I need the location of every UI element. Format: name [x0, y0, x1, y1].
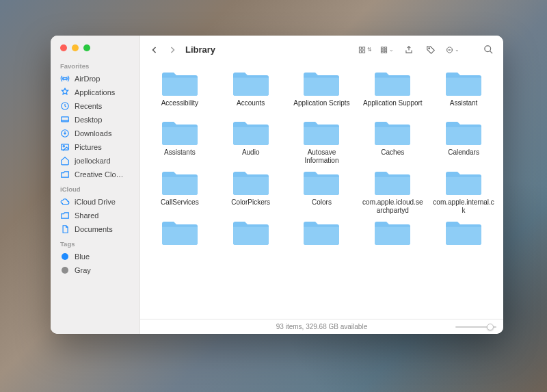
sidebar-item-label: Documents	[75, 225, 113, 233]
folder-icon	[302, 69, 341, 98]
svg-rect-15	[384, 51, 386, 53]
sidebar-item-label: Desktop	[75, 116, 102, 124]
maximize-button[interactable]	[83, 44, 90, 51]
zoom-slider[interactable]	[455, 323, 496, 331]
folder-item[interactable]: Audio	[218, 117, 284, 164]
search-button[interactable]	[481, 43, 495, 57]
sidebar-item-label: Shared	[75, 211, 98, 220]
sidebar-item-airdrop[interactable]: AirDrop	[51, 72, 139, 86]
folder-item[interactable]: CallServices	[147, 167, 213, 214]
folder-item[interactable]: Caches	[360, 117, 425, 164]
folder-item[interactable]: Assistant	[431, 68, 496, 114]
folder-icon	[373, 218, 412, 247]
folder-label: Accounts	[219, 99, 282, 114]
folder-label: Accessibility	[148, 99, 211, 114]
documents-icon	[60, 224, 70, 234]
folder-item[interactable]	[360, 217, 425, 263]
content-area[interactable]: AccessibilityAccountsApplication Scripts…	[140, 64, 503, 319]
home-icon	[60, 156, 70, 166]
folder-icon	[302, 168, 341, 197]
folder-item[interactable]: Assistants	[147, 117, 213, 164]
folder-label	[148, 248, 211, 263]
folder-icon	[302, 118, 341, 147]
folder-icon	[444, 168, 483, 197]
folder-item[interactable]: Calendars	[431, 117, 496, 164]
sidebar-item-recents[interactable]: Recents	[51, 99, 139, 113]
folder-item[interactable]: com.apple.internal.ck	[431, 167, 496, 214]
folder-label: Autosave Information	[290, 148, 353, 164]
shared-icon	[60, 211, 70, 220]
folder-label: com.apple.icloud.searchpartyd	[361, 198, 424, 214]
folder-label: Assistants	[148, 148, 211, 164]
sidebar-section-label: Favorites	[51, 58, 139, 72]
sidebar-item-downloads[interactable]: Downloads	[51, 127, 139, 140]
folder-item[interactable]: Accounts	[218, 68, 284, 114]
sidebar-item-creative-cloud[interactable]: Creative Clo…	[51, 168, 139, 181]
status-bar: 93 items, 329.68 GB available	[140, 319, 503, 334]
svg-rect-13	[384, 49, 386, 51]
folder-item[interactable]	[218, 217, 284, 263]
folder-icon	[232, 118, 270, 147]
folder-icon	[232, 69, 270, 98]
folder-item[interactable]: Application Support	[360, 68, 425, 114]
folder-icon	[161, 168, 199, 197]
svg-rect-8	[359, 50, 361, 52]
folder-label: Application Support	[361, 99, 424, 114]
folder-item[interactable]: Accessibility	[147, 68, 213, 114]
window-controls	[51, 36, 139, 58]
svg-point-16	[429, 47, 430, 49]
sidebar-item-documents[interactable]: Documents	[51, 222, 139, 236]
main-pane: Library ⇅ ⌄ ⌄	[140, 36, 503, 334]
svg-rect-9	[362, 50, 364, 52]
folder-icon	[373, 168, 412, 197]
airdrop-icon	[60, 74, 70, 83]
folder-icon	[161, 218, 199, 247]
svg-point-20	[451, 49, 451, 50]
finder-window: Favorites AirDrop Applications Recents D…	[51, 36, 503, 334]
tag-blue-icon	[60, 252, 70, 261]
sidebar-item-label: Pictures	[75, 143, 102, 151]
sidebar-item-desktop[interactable]: Desktop	[51, 113, 139, 127]
folder-item[interactable]	[147, 217, 213, 263]
more-button[interactable]: ⌄	[446, 43, 459, 57]
folder-icon	[444, 118, 483, 147]
folder-label: ColorPickers	[219, 198, 282, 213]
sidebar-item-label: Creative Clo…	[75, 170, 124, 179]
folder-item[interactable]: ColorPickers	[218, 167, 284, 214]
forward-button[interactable]	[166, 44, 178, 56]
folder-label: Calendars	[432, 148, 495, 164]
svg-point-18	[448, 49, 449, 50]
folder-item[interactable]: Application Scripts	[289, 68, 355, 114]
view-mode-button[interactable]: ⇅	[358, 43, 372, 57]
icloud-drive-icon	[60, 197, 70, 207]
sidebar-item-applications[interactable]: Applications	[51, 86, 139, 99]
folder-label: CallServices	[148, 198, 211, 213]
folder-label	[432, 248, 495, 263]
svg-point-19	[449, 49, 450, 50]
svg-rect-11	[384, 47, 386, 48]
svg-rect-14	[381, 51, 383, 53]
sidebar-item-shared[interactable]: Shared	[51, 209, 139, 222]
window-title: Library	[185, 44, 215, 55]
status-text: 93 items, 329.68 GB available	[276, 323, 367, 330]
group-by-button[interactable]: ⌄	[380, 43, 394, 57]
folder-item[interactable]	[431, 217, 496, 263]
folder-item[interactable]	[289, 217, 355, 263]
zoom-thumb[interactable]	[487, 324, 494, 330]
recents-icon	[60, 101, 70, 111]
folder-item[interactable]: com.apple.icloud.searchpartyd	[360, 167, 425, 214]
folder-item[interactable]: Autosave Information	[289, 117, 355, 164]
sidebar-item-label: Downloads	[75, 129, 111, 138]
sidebar-item-tag-blue[interactable]: Blue	[51, 250, 139, 263]
sidebar-item-label: iCloud Drive	[75, 198, 116, 206]
sidebar-item-home[interactable]: joellockard	[51, 154, 139, 168]
sidebar-item-icloud-drive[interactable]: iCloud Drive	[51, 195, 139, 209]
folder-item[interactable]: Colors	[289, 167, 355, 214]
sidebar-item-pictures[interactable]: Pictures	[51, 140, 139, 154]
share-button[interactable]	[402, 43, 416, 57]
sidebar-item-tag-gray[interactable]: Gray	[51, 263, 139, 277]
close-button[interactable]	[60, 44, 67, 51]
minimize-button[interactable]	[72, 44, 79, 51]
tags-button[interactable]	[424, 43, 438, 57]
back-button[interactable]	[148, 44, 161, 56]
